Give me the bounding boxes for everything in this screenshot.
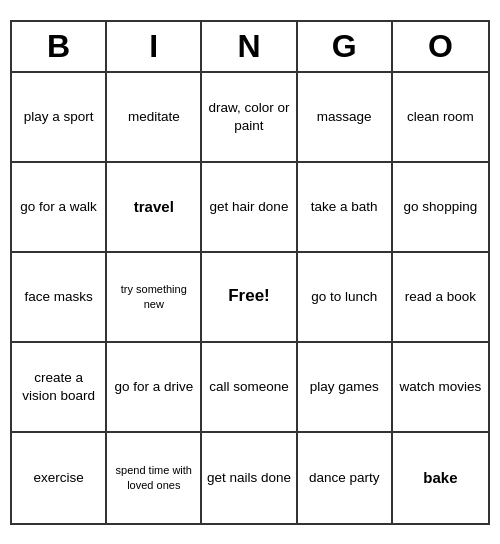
cell-text: massage (317, 108, 372, 126)
cell-text: get nails done (207, 469, 291, 487)
bingo-card: BINGO play a sportmeditatedraw, color or… (10, 20, 490, 525)
bingo-cell: dance party (298, 433, 393, 523)
header-letter: O (393, 22, 488, 71)
bingo-cell: face masks (12, 253, 107, 343)
cell-text: get hair done (210, 198, 289, 216)
bingo-cell: draw, color or paint (202, 73, 297, 163)
cell-text: spend time with loved ones (111, 463, 196, 492)
bingo-cell: take a bath (298, 163, 393, 253)
bingo-cell: read a book (393, 253, 488, 343)
cell-text: travel (134, 197, 174, 217)
cell-text: face masks (24, 288, 92, 306)
cell-text: meditate (128, 108, 180, 126)
cell-text: create a vision board (16, 369, 101, 404)
bingo-cell: go shopping (393, 163, 488, 253)
header-letter: B (12, 22, 107, 71)
bingo-cell: watch movies (393, 343, 488, 433)
cell-text: play games (310, 378, 379, 396)
cell-text: go to lunch (311, 288, 377, 306)
cell-text: go for a drive (114, 378, 193, 396)
cell-text: Free! (228, 285, 270, 307)
bingo-cell: massage (298, 73, 393, 163)
cell-text: play a sport (24, 108, 94, 126)
bingo-cell: play a sport (12, 73, 107, 163)
bingo-cell: go to lunch (298, 253, 393, 343)
bingo-cell: go for a drive (107, 343, 202, 433)
cell-text: bake (423, 468, 457, 488)
bingo-cell: get nails done (202, 433, 297, 523)
bingo-header: BINGO (12, 22, 488, 73)
cell-text: go shopping (404, 198, 478, 216)
cell-text: try something new (111, 282, 196, 311)
bingo-cell: create a vision board (12, 343, 107, 433)
cell-text: take a bath (311, 198, 378, 216)
cell-text: go for a walk (20, 198, 97, 216)
cell-text: exercise (33, 469, 83, 487)
cell-text: clean room (407, 108, 474, 126)
header-letter: N (202, 22, 297, 71)
bingo-cell: spend time with loved ones (107, 433, 202, 523)
bingo-cell: bake (393, 433, 488, 523)
cell-text: read a book (405, 288, 476, 306)
bingo-cell: meditate (107, 73, 202, 163)
header-letter: G (298, 22, 393, 71)
bingo-cell: Free! (202, 253, 297, 343)
header-letter: I (107, 22, 202, 71)
bingo-cell: clean room (393, 73, 488, 163)
cell-text: call someone (209, 378, 289, 396)
bingo-cell: get hair done (202, 163, 297, 253)
bingo-cell: try something new (107, 253, 202, 343)
cell-text: draw, color or paint (206, 99, 291, 134)
bingo-grid: play a sportmeditatedraw, color or paint… (12, 73, 488, 523)
cell-text: dance party (309, 469, 380, 487)
bingo-cell: go for a walk (12, 163, 107, 253)
bingo-cell: travel (107, 163, 202, 253)
bingo-cell: exercise (12, 433, 107, 523)
bingo-cell: play games (298, 343, 393, 433)
cell-text: watch movies (400, 378, 482, 396)
bingo-cell: call someone (202, 343, 297, 433)
